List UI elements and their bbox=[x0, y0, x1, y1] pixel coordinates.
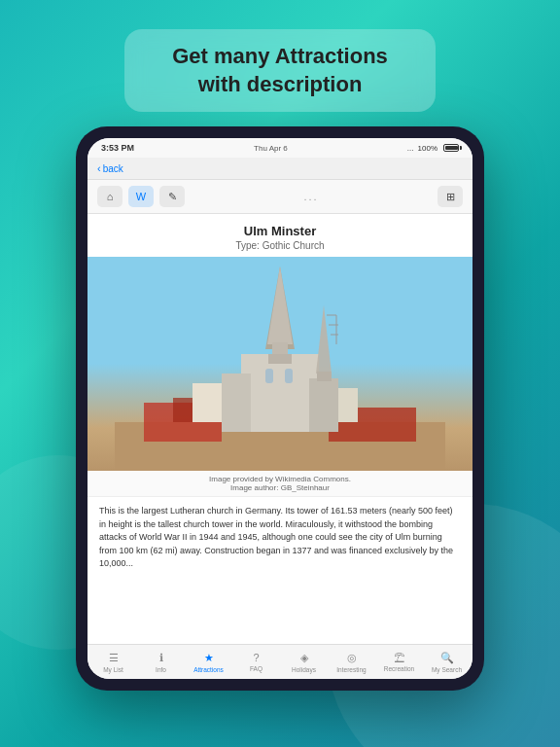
recreation-icon: ⛱ bbox=[394, 652, 404, 663]
caption-line1: Image provided by Wikimedia Commons. bbox=[97, 475, 463, 483]
my-search-label: My Search bbox=[432, 666, 462, 673]
battery-fill bbox=[445, 146, 458, 150]
tooltip-text: Get many Attractions with description bbox=[172, 44, 388, 96]
browser-toolbar: ⌂ W ✎ ... ⊞ bbox=[88, 180, 472, 214]
interesting-icon: ◎ bbox=[347, 652, 357, 664]
menu-button[interactable]: ⊞ bbox=[438, 186, 463, 207]
my-list-icon: ☰ bbox=[109, 652, 119, 664]
tab-attractions[interactable]: ★ Attractions bbox=[185, 650, 232, 675]
back-button[interactable]: ‹ back bbox=[97, 162, 123, 174]
tab-my-search[interactable]: 🔍 My Search bbox=[423, 650, 471, 675]
attraction-header: Ulm Minster Type: Gothic Church bbox=[88, 214, 472, 257]
attractions-label: Attractions bbox=[193, 666, 224, 673]
recreation-label: Recreation bbox=[384, 665, 414, 672]
status-bar: 3:53 PM Thu Apr 6 ... 100% bbox=[88, 138, 472, 158]
bottom-tabs: ☰ My List ℹ Info ★ Attractions ? FAQ ◈ H… bbox=[88, 644, 472, 679]
feature-tooltip: Get many Attractions with description bbox=[124, 29, 436, 112]
svg-rect-15 bbox=[265, 369, 273, 383]
attractions-icon: ★ bbox=[204, 652, 214, 664]
battery-text: 100% bbox=[418, 144, 438, 153]
svg-marker-10 bbox=[267, 267, 293, 344]
tab-faq[interactable]: ? FAQ bbox=[232, 650, 280, 674]
tab-info[interactable]: ℹ Info bbox=[137, 650, 185, 675]
back-chevron-icon: ‹ bbox=[97, 162, 101, 174]
cathedral-svg bbox=[115, 257, 445, 471]
content-area[interactable]: Ulm Minster Type: Gothic Church bbox=[88, 214, 472, 644]
holidays-label: Holidays bbox=[292, 666, 316, 673]
info-icon: ℹ bbox=[159, 652, 163, 664]
holidays-icon: ◈ bbox=[300, 652, 308, 664]
svg-rect-7 bbox=[222, 374, 251, 432]
interesting-label: Interesting bbox=[336, 666, 366, 673]
svg-rect-6 bbox=[241, 354, 319, 432]
tab-interesting[interactable]: ◎ Interesting bbox=[328, 650, 375, 675]
svg-rect-12 bbox=[268, 354, 292, 364]
wiki-icon: W bbox=[136, 191, 146, 202]
svg-rect-14 bbox=[317, 372, 332, 381]
status-date: Thu Apr 6 bbox=[254, 144, 288, 153]
info-label: Info bbox=[156, 666, 166, 673]
home-icon: ⌂ bbox=[107, 191, 114, 202]
back-label: back bbox=[103, 163, 123, 174]
my-search-icon: 🔍 bbox=[440, 652, 454, 664]
battery-icon bbox=[443, 144, 459, 152]
tab-recreation[interactable]: ⛱ Recreation bbox=[375, 650, 423, 674]
toolbar-dots: ... bbox=[191, 191, 432, 202]
tab-holidays[interactable]: ◈ Holidays bbox=[280, 650, 328, 675]
edit-icon: ✎ bbox=[168, 191, 177, 203]
home-button[interactable]: ⌂ bbox=[97, 186, 122, 207]
status-right: ... 100% bbox=[407, 144, 459, 153]
faq-label: FAQ bbox=[250, 665, 262, 672]
caption-line2: Image author: GB_Steinhaur bbox=[97, 483, 463, 492]
status-dots: ... bbox=[407, 144, 414, 153]
menu-icon: ⊞ bbox=[446, 191, 455, 203]
my-list-label: My List bbox=[103, 666, 123, 673]
status-time: 3:53 PM bbox=[101, 143, 134, 153]
nav-bar: ‹ back bbox=[88, 158, 472, 180]
svg-rect-8 bbox=[309, 378, 338, 432]
svg-rect-16 bbox=[285, 369, 293, 383]
faq-icon: ? bbox=[253, 652, 259, 663]
ipad-frame: 3:53 PM Thu Apr 6 ... 100% ‹ back ⌂ bbox=[76, 126, 484, 691]
attraction-name: Ulm Minster bbox=[107, 224, 453, 238]
image-caption: Image provided by Wikimedia Commons. Ima… bbox=[88, 471, 472, 497]
attraction-type: Type: Gothic Church bbox=[107, 240, 453, 251]
description-text: This is the largest Lutheran church in G… bbox=[88, 497, 472, 579]
attraction-image bbox=[88, 257, 472, 471]
edit-button[interactable]: ✎ bbox=[159, 186, 185, 207]
wiki-button[interactable]: W bbox=[128, 186, 154, 207]
tab-my-list[interactable]: ☰ My List bbox=[89, 650, 137, 675]
ipad-screen: 3:53 PM Thu Apr 6 ... 100% ‹ back ⌂ bbox=[88, 138, 472, 679]
